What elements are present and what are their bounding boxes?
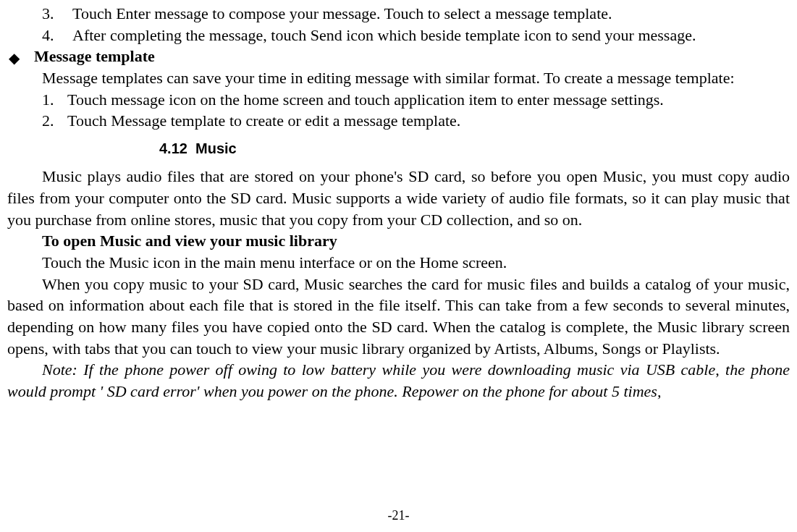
message-template-heading: Message template	[34, 46, 155, 67]
section-number: 4.12	[159, 140, 187, 156]
diamond-icon: ◆	[9, 51, 20, 65]
template-list-item-1: 1.Touch message icon on the home screen …	[7, 89, 790, 111]
music-sub-heading: To open Music and view your music librar…	[7, 230, 790, 252]
section-title: Music	[195, 140, 237, 156]
template-intro-paragraph: Message templates can save your time in …	[7, 67, 790, 89]
music-intro-paragraph: Music plays audio files that are stored …	[7, 166, 790, 230]
music-paragraph-2: When you copy music to your SD card, Mus…	[7, 274, 790, 360]
list-text: Touch Message template to create or edit…	[67, 111, 460, 130]
music-line-1: Touch the Music icon in the main menu in…	[7, 252, 790, 274]
list-number: 2.	[42, 110, 67, 132]
document-page: 3.Touch Enter message to compose your me…	[0, 0, 797, 524]
list-number: 3.	[42, 3, 72, 25]
list-text: Touch Enter message to compose your mess…	[72, 4, 612, 22]
music-note-paragraph: Note: If the phone power off owing to lo…	[7, 359, 790, 402]
template-list-item-2: 2.Touch Message template to create or ed…	[7, 110, 790, 132]
section-heading: 4.12 Music	[7, 132, 790, 166]
bullet-heading-row: ◆ Message template	[7, 46, 790, 67]
list-item-3: 3.Touch Enter message to compose your me…	[7, 3, 790, 25]
list-number: 4.	[42, 25, 72, 46]
list-text: Touch message icon on the home screen an…	[67, 90, 664, 109]
list-text: After completing the message, touch Send…	[72, 26, 696, 44]
list-item-4: 4.After completing the message, touch Se…	[7, 25, 790, 46]
page-number-footer: -21-	[0, 507, 797, 524]
list-number: 1.	[42, 89, 67, 111]
